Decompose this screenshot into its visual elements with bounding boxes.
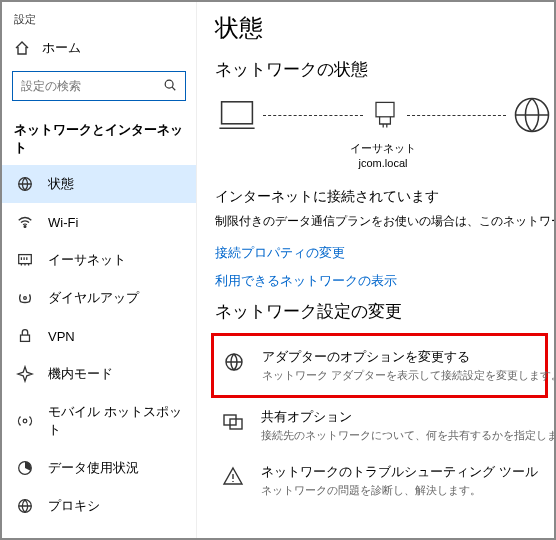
connection-line (407, 115, 507, 116)
data-icon (16, 459, 34, 477)
change-settings-heading: ネットワーク設定の変更 (215, 300, 554, 323)
sidebar: 設定 ホーム ネットワークとインターネット 状態 Wi-Fi (2, 2, 197, 538)
search-box[interactable] (12, 71, 186, 101)
nav-ethernet[interactable]: イーサネット (2, 241, 196, 279)
option-adapter[interactable]: アダプターのオプションを変更する ネットワーク アダプターを表示して接続設定を変… (216, 338, 543, 393)
nav-dialup[interactable]: ダイヤルアップ (2, 279, 196, 317)
dialup-icon (16, 289, 34, 307)
wifi-icon (16, 213, 34, 231)
nav-status[interactable]: 状態 (2, 165, 196, 203)
option-desc: ネットワークの問題を診断し、解決します。 (261, 483, 538, 498)
main-content: 状態 ネットワークの状態 イーサネット jcom.local インターネットに接… (197, 2, 554, 538)
nav-label: モバイル ホットスポット (48, 403, 182, 439)
router-icon (367, 97, 403, 133)
svg-rect-10 (376, 102, 394, 116)
airplane-icon (16, 365, 34, 383)
svg-point-2 (24, 226, 26, 228)
nav-label: 状態 (48, 175, 74, 193)
option-title: アダプターのオプションを変更する (262, 348, 554, 366)
domain-label: jcom.local (343, 156, 423, 171)
sharing-icon (221, 408, 247, 434)
hotspot-icon (16, 412, 34, 430)
nav-label: データ使用状況 (48, 459, 139, 477)
connection-line (263, 115, 363, 116)
vpn-icon (16, 327, 34, 345)
svg-point-0 (165, 80, 173, 88)
option-title: ネットワークのトラブルシューティング ツール (261, 463, 538, 481)
home-label: ホーム (42, 39, 81, 57)
app-title: 設定 (2, 12, 196, 33)
svg-rect-3 (19, 255, 32, 264)
svg-point-4 (24, 297, 27, 300)
ethernet-label: イーサネット (343, 141, 423, 156)
nav-label: Wi-Fi (48, 215, 78, 230)
nav-label: 機内モード (48, 365, 113, 383)
highlight-annotation: アダプターのオプションを変更する ネットワーク アダプターを表示して接続設定を変… (211, 333, 548, 398)
search-icon (163, 78, 177, 95)
network-diagram (215, 93, 554, 137)
nav-vpn[interactable]: VPN (2, 317, 196, 355)
nav-datausage[interactable]: データ使用状況 (2, 449, 196, 487)
sidebar-section-title: ネットワークとインターネット (2, 109, 196, 165)
nav-wifi[interactable]: Wi-Fi (2, 203, 196, 241)
nav-label: イーサネット (48, 251, 126, 269)
nav-label: VPN (48, 329, 75, 344)
connected-status: インターネットに接続されています (215, 188, 554, 206)
nav-airplane[interactable]: 機内モード (2, 355, 196, 393)
nav-proxy[interactable]: プロキシ (2, 487, 196, 525)
option-troubleshoot[interactable]: ネットワークのトラブルシューティング ツール ネットワークの問題を診断し、解決し… (215, 453, 554, 508)
internet-icon (510, 93, 554, 137)
option-title: 共有オプション (261, 408, 554, 426)
link-connection-properties[interactable]: 接続プロパティの変更 (215, 244, 554, 262)
nav-label: プロキシ (48, 497, 100, 515)
nav-label: ダイヤルアップ (48, 289, 139, 307)
page-title: 状態 (215, 12, 554, 44)
adapter-icon (222, 348, 248, 374)
diagram-labels: イーサネット jcom.local (343, 141, 423, 172)
network-status-heading: ネットワークの状態 (215, 58, 554, 81)
svg-point-6 (23, 419, 27, 423)
option-desc: ネットワーク アダプターを表示して接続設定を変更します。 (262, 368, 554, 383)
home-button[interactable]: ホーム (2, 33, 196, 63)
proxy-icon (16, 497, 34, 515)
nav-hotspot[interactable]: モバイル ホットスポット (2, 393, 196, 449)
svg-rect-5 (21, 335, 30, 341)
search-input[interactable] (21, 79, 151, 93)
globe-icon (16, 175, 34, 193)
connected-description: 制限付きのデータ通信プランをお使いの場合は、このネットワークを従量制課金接続に設… (215, 212, 554, 230)
ethernet-icon (16, 251, 34, 269)
home-icon (14, 40, 30, 56)
option-desc: 接続先のネットワークについて、何を共有するかを指定します。 (261, 428, 554, 443)
pc-icon (215, 93, 259, 137)
link-available-networks[interactable]: 利用できるネットワークの表示 (215, 272, 554, 290)
troubleshoot-icon (221, 463, 247, 489)
svg-rect-9 (222, 102, 253, 124)
option-sharing[interactable]: 共有オプション 接続先のネットワークについて、何を共有するかを指定します。 (215, 398, 554, 453)
